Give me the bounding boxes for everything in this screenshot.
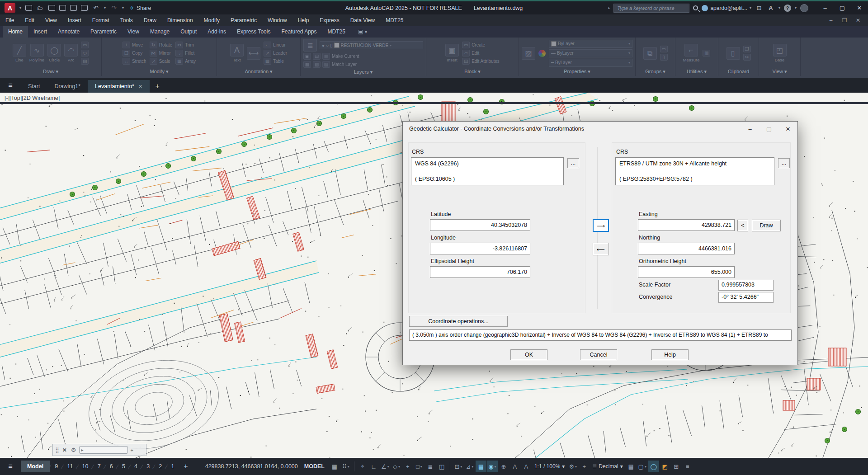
search-icon[interactable] bbox=[693, 5, 698, 10]
menu-view[interactable]: View bbox=[40, 14, 62, 26]
ribbon-tab-insert[interactable]: Insert bbox=[28, 26, 52, 38]
app-menu-button[interactable]: A bbox=[5, 3, 15, 13]
layout-tab-7[interactable]: 7 bbox=[94, 461, 105, 472]
app-menu-arrow-icon[interactable]: ▾ bbox=[19, 6, 21, 10]
ortho-icon[interactable]: ∟ bbox=[368, 461, 379, 472]
menu-parametric[interactable]: Parametric bbox=[225, 14, 262, 26]
model-space-button[interactable]: MODEL bbox=[304, 463, 325, 470]
viewport-controls[interactable]: [-][Top][2D Wireframe] bbox=[5, 95, 60, 101]
panel-view-label[interactable]: View ▾ bbox=[759, 69, 800, 76]
ok-button[interactable]: OK bbox=[510, 349, 547, 360]
lineweight-icon[interactable]: ≣ bbox=[425, 461, 436, 472]
dropdown-arrow-icon[interactable]: ▾ bbox=[387, 465, 389, 469]
search-collapse-icon[interactable]: ▸ bbox=[608, 6, 610, 10]
open-icon[interactable]: 🗁 bbox=[36, 5, 44, 11]
ribbon-tab-manage[interactable]: Manage bbox=[145, 26, 175, 38]
graphics-performance-icon[interactable]: ◩ bbox=[660, 461, 670, 472]
dialog-title-bar[interactable]: Geodetic Calculator - Coordinate Convers… bbox=[403, 122, 797, 136]
dropdown-arrow-icon[interactable]: ▾ bbox=[460, 465, 462, 469]
save-icon[interactable] bbox=[48, 5, 55, 11]
northing-input[interactable] bbox=[638, 243, 735, 254]
object-snap-icon[interactable]: □▾ bbox=[414, 461, 425, 472]
file-tabs-menu-icon[interactable]: ≡ bbox=[0, 78, 21, 93]
menu-dimension[interactable]: Dimension bbox=[162, 14, 198, 26]
layout-tab-model[interactable]: Model bbox=[21, 461, 50, 472]
dropdown-arrow-icon[interactable]: ▾ bbox=[620, 463, 623, 470]
account-menu[interactable]: apardo@aplit... ▾ bbox=[702, 5, 751, 11]
dynamic-ucs-icon[interactable]: ▤ bbox=[476, 461, 486, 472]
menu-format[interactable]: Format bbox=[87, 14, 115, 26]
panel-properties-label[interactable]: Properties ▾ bbox=[519, 69, 635, 76]
dropdown-arrow-icon[interactable]: ▾ bbox=[645, 465, 646, 469]
easting-input[interactable] bbox=[638, 219, 735, 231]
panel-layers-label[interactable]: Layers ▾ bbox=[301, 69, 426, 76]
autodesk-access-icon[interactable]: A bbox=[767, 5, 775, 11]
annotation-monitor-icon[interactable]: + bbox=[579, 461, 590, 472]
draw-button[interactable]: Draw bbox=[752, 220, 781, 231]
command-input[interactable]: ▸ bbox=[79, 446, 128, 454]
menu-file[interactable]: File bbox=[0, 14, 19, 26]
annotation-visibility-icon[interactable]: A bbox=[509, 461, 520, 472]
layout-tab-9[interactable]: 9 bbox=[51, 461, 62, 472]
menu-edit[interactable]: Edit bbox=[19, 14, 40, 26]
grid-icon[interactable]: ▦ bbox=[329, 461, 340, 472]
menu-express[interactable]: Express bbox=[314, 14, 344, 26]
window-close-button[interactable]: ✕ bbox=[851, 1, 868, 14]
command-grip-icon[interactable]: ⣿ bbox=[55, 447, 58, 453]
pick-point-button[interactable]: < bbox=[737, 220, 748, 231]
publish-icon[interactable] bbox=[81, 5, 88, 11]
file-tab-drawing1[interactable]: Drawing1* bbox=[47, 80, 88, 93]
dropdown-arrow-icon[interactable]: ▾ bbox=[562, 463, 565, 470]
window-minimize-button[interactable]: – bbox=[816, 1, 834, 14]
ribbon-tab-express-tools[interactable]: Express Tools bbox=[231, 26, 276, 38]
menu-data-view[interactable]: Data View bbox=[345, 14, 380, 26]
plot-icon[interactable] bbox=[70, 5, 77, 11]
panel-utilities-label[interactable]: Utilities ▾ bbox=[675, 69, 718, 76]
command-recent-icon[interactable]: + bbox=[131, 447, 133, 453]
isometric-drafting-icon[interactable]: ◇▾ bbox=[391, 461, 402, 472]
snap-mode-icon[interactable]: ⠿▾ bbox=[340, 461, 351, 472]
help-button[interactable]: Help bbox=[651, 349, 689, 360]
dropdown-arrow-icon[interactable]: ▾ bbox=[472, 465, 473, 469]
menu-draw[interactable]: Draw bbox=[138, 14, 162, 26]
units-label[interactable]: ≣Decimal▾ bbox=[590, 461, 625, 472]
polar-tracking-icon[interactable]: ∠▾ bbox=[380, 461, 391, 472]
menu-modify[interactable]: Modify bbox=[198, 14, 225, 26]
layout-tab-4[interactable]: 4 bbox=[130, 461, 142, 472]
workspace-switching-icon[interactable]: ⚙▾ bbox=[567, 461, 578, 472]
command-customize-icon[interactable]: ⚙ bbox=[71, 447, 76, 453]
clean-screen-icon[interactable]: ⊞ bbox=[671, 461, 682, 472]
profile-avatar[interactable] bbox=[800, 4, 808, 12]
command-line[interactable]: ⣿ ✕ ⚙ ▸ + bbox=[52, 444, 146, 456]
source-crs-browse-button[interactable]: ... bbox=[567, 158, 579, 168]
layout-tab-6[interactable]: 6 bbox=[106, 461, 117, 472]
file-tab-start[interactable]: Start bbox=[21, 80, 47, 93]
layout-menu-icon[interactable]: ≡ bbox=[0, 462, 21, 470]
undo-icon[interactable]: ↶ bbox=[92, 5, 100, 11]
ribbon-tab-addins[interactable]: Add-ins bbox=[202, 26, 231, 38]
share-button[interactable]: ✈ Share bbox=[130, 5, 151, 11]
target-crs-browse-button[interactable]: ... bbox=[778, 158, 790, 168]
dropdown-arrow-icon[interactable]: ▾ bbox=[420, 465, 422, 469]
menu-tools[interactable]: Tools bbox=[115, 14, 138, 26]
ribbon-tab-output[interactable]: Output bbox=[175, 26, 202, 38]
new-drawing-icon[interactable] bbox=[25, 5, 32, 11]
ribbon-tab-mdt25[interactable]: MDT25 bbox=[322, 26, 351, 38]
layout-tab-1[interactable]: 1 bbox=[167, 461, 178, 472]
dynamic-input-icon[interactable]: ⌖ bbox=[357, 461, 368, 472]
menu-insert[interactable]: Insert bbox=[62, 14, 87, 26]
app-store-icon[interactable]: ⊟ bbox=[755, 5, 763, 11]
dropdown-arrow-icon[interactable]: ▾ bbox=[348, 465, 349, 469]
help-icon[interactable]: ? bbox=[784, 5, 791, 12]
command-close-icon[interactable]: ✕ bbox=[61, 447, 68, 453]
layout-tab-10[interactable]: 10 bbox=[78, 461, 93, 472]
menu-window[interactable]: Window bbox=[262, 14, 292, 26]
gizmo-icon[interactable]: ⊕ bbox=[498, 461, 509, 472]
dialog-close-button[interactable]: ✕ bbox=[778, 122, 797, 136]
panel-annotation-label[interactable]: Annotation ▾ bbox=[217, 69, 300, 76]
ribbon-tab-annotate[interactable]: Annotate bbox=[52, 26, 85, 38]
transparency-icon[interactable]: ◫ bbox=[436, 461, 447, 472]
panel-groups-label[interactable]: Groups ▾ bbox=[636, 69, 675, 76]
menu-help[interactable]: Help bbox=[292, 14, 315, 26]
panel-block-label[interactable]: Block ▾ bbox=[426, 69, 519, 76]
